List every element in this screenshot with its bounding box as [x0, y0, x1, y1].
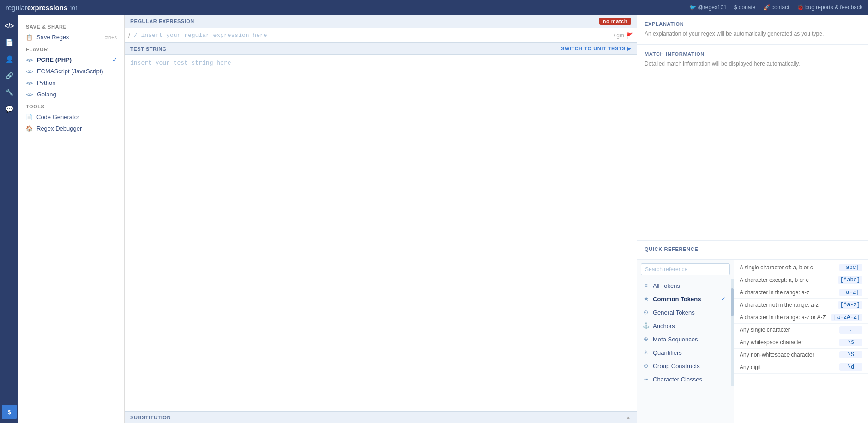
qr-category-all-tokens[interactable]: ≡ All Tokens — [637, 279, 731, 292]
tools-title: TOOLS — [18, 100, 124, 111]
qr-ref-item-2[interactable]: A character in the range: a-z [a-z] — [734, 286, 868, 299]
test-string-header: TEST STRING SWITCH TO UNIT TESTS ▶ — [125, 43, 637, 55]
qr-ref-token-2: [a-z] — [839, 289, 862, 296]
cat-label-5: Quantifiers — [653, 349, 682, 356]
regex-open-slash: / — [125, 32, 132, 39]
quick-ref-body: ≡ All Tokens ★ Common Tokens ✓⊙ General … — [637, 259, 868, 423]
qr-ref-token-4: [a-zA-Z] — [831, 314, 862, 321]
qr-category-list: ≡ All Tokens ★ Common Tokens ✓⊙ General … — [637, 279, 731, 386]
top-links: 🐦 @regex101 $ donate 🚀 contact 🐞 bug rep… — [689, 4, 862, 11]
cat-label-1: Common Tokens — [653, 296, 701, 303]
qr-category-quantifiers[interactable]: ✳ Quantifiers — [637, 346, 731, 359]
qr-ref-item-5[interactable]: Any single character . — [734, 324, 868, 336]
debug-icon: 🏠 — [26, 125, 33, 132]
cat-check-1: ✓ — [721, 296, 725, 302]
logo-num: 101 — [69, 6, 78, 11]
quick-reference-section: QUICK REFERENCE ≡ All Tokens ★ Common To… — [637, 241, 868, 423]
save-share-title: SAVE & SHARE — [18, 20, 124, 31]
cat-label-4: Meta Sequences — [653, 336, 698, 343]
cat-icon-0: ≡ — [643, 282, 649, 289]
qr-ref-token-8: \d — [839, 363, 862, 371]
qr-scrollbar[interactable] — [731, 279, 734, 386]
substitution-header: SUBSTITUTION ▲ — [125, 411, 637, 423]
match-info-section: MATCH INFORMATION Detailed match informa… — [637, 45, 868, 241]
qr-search-input[interactable] — [641, 263, 730, 275]
center-panel: REGULAR EXPRESSION no match / / gm 🚩 TES… — [125, 15, 637, 423]
cat-label-0: All Tokens — [653, 282, 680, 289]
pcre-code-icon: </> — [26, 57, 33, 63]
regex-input[interactable] — [132, 28, 610, 42]
flavor-golang[interactable]: </> Golang — [18, 89, 124, 100]
ecma-code-icon: </> — [26, 69, 33, 74]
tools-icon-btn[interactable]: 🔧 — [2, 85, 17, 100]
qr-ref-token-0: [abc] — [839, 264, 862, 271]
flags-text: / gm — [614, 32, 624, 39]
cat-icon-2: ⊙ — [643, 309, 649, 316]
cat-label-7: Character Classes — [653, 376, 702, 383]
test-string-area[interactable] — [125, 55, 637, 411]
explanation-title: EXPLANATION — [645, 21, 861, 27]
qr-category-meta-sequences[interactable]: ⊕ Meta Sequences — [637, 333, 731, 346]
account-icon-btn[interactable]: 👤 — [2, 52, 17, 66]
regex-flags: / gm 🚩 — [610, 32, 637, 39]
qr-category-anchors[interactable]: ⚓ Anchors — [637, 319, 731, 333]
quick-ref-title: QUICK REFERENCE — [645, 246, 861, 252]
main-layout: </> 📄 👤 🔗 🔧 💬 $ SAVE & SHARE 📋 Save Rege… — [0, 15, 868, 423]
qr-ref-item-3[interactable]: A character not in the range: a-z [^a-z] — [734, 299, 868, 311]
qr-ref-item-7[interactable]: Any non-whitespace character \S — [734, 349, 868, 361]
cat-icon-4: ⊕ — [643, 336, 649, 342]
qr-ref-token-6: \s — [839, 339, 862, 346]
cat-label-6: Group Constructs — [653, 363, 700, 369]
qr-ref-desc-7: Any non-whitespace character — [740, 352, 839, 358]
qr-ref-token-5: . — [839, 326, 862, 334]
library-icon-btn[interactable]: 📄 — [2, 35, 17, 50]
expand-substitution-icon[interactable]: ▲ — [626, 415, 631, 420]
qr-ref-item-0[interactable]: A single character of: a, b or c [abc] — [734, 262, 868, 274]
flavor-ecmascript[interactable]: </> ECMAScript (JavaScript) — [18, 66, 124, 77]
qr-ref-item-1[interactable]: A character except: a, b or c [^abc] — [734, 274, 868, 286]
logo-regular: regular — [6, 4, 27, 12]
bugs-link[interactable]: 🐞 bug reports & feedback — [797, 4, 862, 11]
no-match-badge: no match — [599, 18, 631, 25]
regex-debugger-label: Regex Debugger — [36, 125, 82, 132]
cat-icon-6: ⊙ — [643, 363, 649, 369]
qr-category-group-constructs[interactable]: ⊙ Group Constructs — [637, 359, 731, 373]
cat-label-2: General Tokens — [653, 309, 695, 316]
twitter-link[interactable]: 🐦 @regex101 — [689, 4, 727, 11]
qr-items: A single character of: a, b or c [abc]A … — [734, 260, 868, 423]
qr-category-general-tokens[interactable]: ⊙ General Tokens — [637, 306, 731, 319]
topbar: regularexpressions 101 🐦 @regex101 $ don… — [0, 0, 868, 15]
qr-category-character-classes[interactable]: ▪▪ Character Classes — [637, 373, 731, 386]
cat-icon-1: ★ — [643, 296, 649, 302]
references-icon-btn[interactable]: 🔗 — [2, 68, 17, 83]
save-regex-item[interactable]: 📋 Save Regex ctrl+s — [18, 31, 124, 43]
qr-ref-item-6[interactable]: Any whitespace character \s — [734, 336, 868, 349]
regex-debugger-item[interactable]: 🏠 Regex Debugger — [18, 123, 124, 134]
qr-ref-token-1: [^abc] — [838, 276, 862, 284]
community-icon-btn[interactable]: 💬 — [2, 101, 17, 116]
pcre-label: PCRE (PHP) — [37, 56, 72, 63]
golang-code-icon: </> — [26, 92, 33, 97]
ecma-label: ECMAScript (JavaScript) — [37, 68, 103, 75]
contact-link[interactable]: 🚀 contact — [763, 4, 790, 11]
flag-icon[interactable]: 🚩 — [626, 32, 633, 39]
code-gen-icon: 📄 — [26, 114, 33, 120]
substitution-title: SUBSTITUTION — [130, 415, 171, 420]
switch-to-unit-tests[interactable]: SWITCH TO UNIT TESTS ▶ — [561, 46, 631, 52]
qr-ref-token-7: \S — [839, 351, 862, 358]
right-panel: EXPLANATION An explanation of your regex… — [637, 15, 868, 423]
code-generator-item[interactable]: 📄 Code Generator — [18, 111, 124, 123]
qr-ref-item-8[interactable]: Any digit \d — [734, 361, 868, 374]
qr-ref-item-4[interactable]: A character in the range: a-z or A-Z [a-… — [734, 311, 868, 324]
qr-ref-desc-3: A character not in the range: a-z — [740, 302, 838, 308]
flavor-pcre[interactable]: </> PCRE (PHP) ✓ — [18, 54, 124, 66]
icon-sidebar: </> 📄 👤 🔗 🔧 💬 $ — [0, 15, 18, 423]
editor-icon-btn[interactable]: </> — [2, 18, 17, 33]
qr-category-common-tokens[interactable]: ★ Common Tokens ✓ — [637, 292, 731, 306]
sponsor-icon-btn[interactable]: $ — [2, 405, 17, 419]
regex-section-title: REGULAR EXPRESSION — [130, 18, 194, 24]
python-label: Python — [37, 79, 55, 86]
donate-link[interactable]: $ donate — [734, 4, 756, 11]
flavor-python[interactable]: </> Python — [18, 77, 124, 89]
cat-icon-7: ▪▪ — [643, 376, 649, 382]
